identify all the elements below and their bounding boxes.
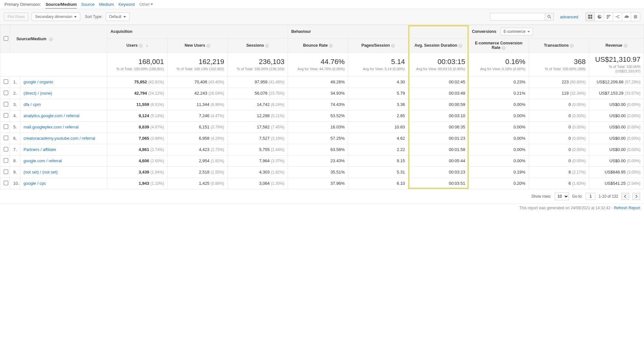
sort-default-label: Default [109,14,121,19]
source-medium-link[interactable]: google / organic [24,80,53,84]
column-label: Users [126,43,138,48]
cell-transactions: 0(0.00%) [529,110,589,121]
primary-dimension-option-other[interactable]: Other [139,2,153,7]
column-label: Transactions [544,43,569,48]
view-bar-button[interactable] [604,13,613,21]
source-medium-link[interactable]: dfa / cpm [24,102,41,107]
cell-ecom-conversion-rate: 0.00% [468,99,529,110]
source-medium-link[interactable]: (direct) / (none) [24,91,52,96]
row-checkbox[interactable] [0,178,10,189]
header-sessions[interactable]: Sessions? [227,38,288,53]
view-table-button[interactable] [586,13,595,21]
header-bounce-rate[interactable]: Bounce Rate? [288,38,348,53]
select-all-header[interactable] [0,25,10,53]
prev-page-button[interactable] [621,193,629,200]
row-checkbox[interactable] [0,121,10,133]
source-medium-link[interactable]: analytics.google.com / referral [24,113,79,118]
advanced-search-link[interactable]: advanced [560,14,578,19]
plot-rows-button[interactable]: Plot Rows [4,13,28,21]
view-pie-button[interactable] [595,13,604,21]
row-checkbox[interactable] [0,76,10,88]
row-checkbox[interactable] [0,88,10,99]
help-icon[interactable]: ? [624,44,628,48]
cell-avg-session-duration: 00:00:59 [408,99,468,110]
source-medium-link[interactable]: (not set) / (not set) [24,170,58,174]
view-pivot-button[interactable] [631,13,640,21]
row-checkbox[interactable] [0,144,10,155]
cell-new-users: 70,406(43.40%) [167,76,227,88]
cell-new-users: 2,518(1.55%) [167,166,227,178]
report-generated-meta: This report was generated on 24/09/2021 … [0,204,644,214]
goto-label: Go to: [572,194,583,199]
header-revenue[interactable]: Revenue? [589,38,644,53]
chevron-down-icon [527,31,530,33]
view-comparison-button[interactable] [613,13,622,21]
primary-dimension-option-source[interactable]: Source [81,2,94,7]
source-medium-link[interactable]: mall.googleplex.com / referral [24,125,79,129]
search-input[interactable] [490,13,545,21]
cell-pages-session: 10.83 [348,121,408,133]
row-checkbox[interactable] [0,133,10,144]
row-checkbox[interactable] [0,110,10,121]
cell-revenue: US$0.00(0.00%) [589,155,644,166]
row-index: 6. [10,133,20,144]
row-source-medium: mall.googleplex.com / referral [20,121,107,133]
cell-users: 11,559(6.51%) [107,99,168,110]
source-medium-link[interactable]: google / cpc [24,181,46,186]
header-pages-session[interactable]: Pages/Session? [348,38,408,53]
help-icon[interactable]: ? [502,46,505,50]
help-icon[interactable]: ? [458,44,462,48]
header-users[interactable]: Users?↓ [107,38,168,53]
chevron-down-icon [74,16,77,18]
cloud-icon [624,14,629,19]
table-row: 1. google / organic 75,952(42.81%) 70,40… [0,76,644,88]
next-page-button[interactable] [632,193,640,200]
help-icon[interactable]: ? [570,44,574,48]
column-label: E-commerce Conversion Rate [475,41,522,50]
help-icon[interactable]: ? [49,37,53,41]
cell-new-users: 6,151(3.79%) [167,121,227,133]
row-checkbox[interactable] [0,166,10,178]
header-transactions[interactable]: Transactions? [529,38,589,53]
total-main: 162,219 [171,58,224,66]
header-ecom-conversion-rate[interactable]: E-commerce Conversion Rate? [468,38,529,53]
cell-pages-session: 2.22 [348,144,408,155]
refresh-report-link[interactable]: Refresh Report [614,206,640,210]
row-checkbox[interactable] [0,99,10,110]
cell-avg-session-duration: 00:03:10 [408,110,468,121]
help-icon[interactable]: ? [329,44,333,48]
rows-per-page-select[interactable]: 10 [555,193,569,200]
total-sub: % of Total: 100.00% (US$21,310.97) [592,64,640,74]
search-button[interactable] [545,13,554,21]
row-index: 5. [10,121,20,133]
chevron-down-icon [123,16,126,18]
header-new-users[interactable]: New Users? [167,38,227,53]
header-source-medium[interactable]: Source/Medium ? [10,25,107,53]
checkbox-icon [4,181,8,185]
total-sub: Avg for View: 0.16% (0.00%) [472,67,525,71]
help-icon[interactable]: ? [265,44,269,48]
goto-page-input[interactable] [586,193,595,200]
secondary-dimension-dropdown[interactable]: Secondary dimension [32,13,80,21]
help-icon[interactable]: ? [391,44,395,48]
row-index: 8. [10,155,20,166]
table-pager: Show rows: 10 Go to: 1-10 of 132 [0,189,644,204]
primary-dimension-option-medium[interactable]: Medium [99,2,114,7]
cell-avg-session-duration: 00:06:35 [408,121,468,133]
header-group-behaviour-highlight [408,25,468,38]
checkbox-icon [4,147,8,152]
primary-dimension-current[interactable]: Source/Medium [45,2,77,9]
sort-type-dropdown[interactable]: Default [106,13,130,21]
source-medium-link[interactable]: Partners / affiliate [24,147,56,152]
svg-line-1 [550,17,551,19]
source-medium-link[interactable]: google.com / referral [24,158,62,163]
help-icon[interactable]: ? [207,44,210,48]
row-checkbox[interactable] [0,155,10,166]
header-avg-session-duration[interactable]: Avg. Session Duration? [408,38,468,53]
primary-dimension-option-keyword[interactable]: Keyword [119,2,135,7]
conversions-filter-dropdown[interactable]: E-commerce [501,28,533,35]
help-icon[interactable]: ? [139,44,143,48]
view-cloud-button[interactable] [622,13,631,21]
source-medium-link[interactable]: creatoracademy.youtube.com / referral [24,136,95,141]
cell-transactions: 0(0.00%) [529,121,589,133]
